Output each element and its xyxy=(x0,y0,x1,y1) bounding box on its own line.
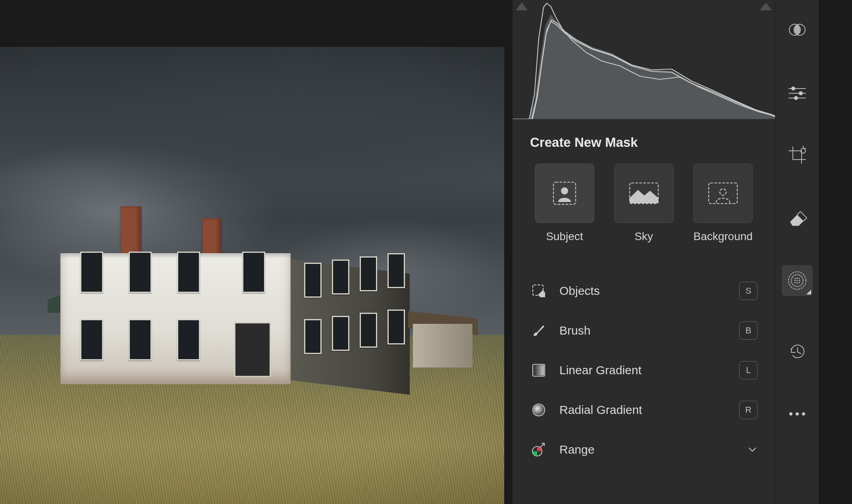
svg-point-29 xyxy=(798,282,800,283)
sliders-icon xyxy=(787,85,807,100)
svg-point-26 xyxy=(794,278,796,279)
svg-point-30 xyxy=(789,412,792,416)
overlay-icon xyxy=(787,20,807,40)
mask-tool-objects[interactable]: Objects S xyxy=(530,271,758,311)
mask-tool-brush[interactable]: Brush B xyxy=(530,311,758,350)
svg-point-22 xyxy=(794,280,795,281)
chevron-down-icon xyxy=(747,444,758,455)
tool-shortcut: S xyxy=(739,282,758,300)
background-icon xyxy=(707,182,738,205)
mask-circle-icon xyxy=(786,269,808,292)
toolbar-edit[interactable] xyxy=(782,77,813,108)
radial-gradient-icon xyxy=(530,402,547,417)
svg-point-31 xyxy=(796,412,799,416)
histogram-svg xyxy=(513,2,775,119)
mask-tile-background[interactable]: Background xyxy=(688,164,758,243)
toolbar-more[interactable] xyxy=(782,398,813,429)
panel-title: Create New Mask xyxy=(513,119,775,164)
svg-point-1 xyxy=(561,187,568,194)
tile-label: Background xyxy=(693,230,752,243)
right-panel: Create New Mask Subject xyxy=(512,0,775,504)
svg-rect-3 xyxy=(709,183,737,204)
app-root: Create New Mask Subject xyxy=(0,0,852,504)
mask-tool-radial-gradient[interactable]: Radial Gradient R xyxy=(530,390,758,430)
svg-point-23 xyxy=(799,280,800,281)
objects-icon xyxy=(530,283,547,299)
svg-point-25 xyxy=(796,283,798,284)
canvas-area[interactable] xyxy=(0,0,512,504)
right-toolbar xyxy=(775,0,819,504)
mask-tool-linear-gradient[interactable]: Linear Gradient L xyxy=(530,350,758,390)
svg-point-17 xyxy=(799,91,803,95)
subject-icon xyxy=(550,179,579,208)
tool-label: Objects xyxy=(559,284,727,298)
svg-point-16 xyxy=(791,87,795,90)
crop-icon xyxy=(787,145,807,165)
tool-label: Linear Gradient xyxy=(559,364,727,377)
photo-preview[interactable] xyxy=(0,47,504,504)
brush-icon xyxy=(530,323,547,339)
mask-tile-subject[interactable]: Subject xyxy=(530,164,599,243)
toolbar-crop[interactable] xyxy=(782,140,813,171)
histogram[interactable] xyxy=(513,0,775,119)
mask-tool-list: Objects S Brush B xyxy=(513,259,775,469)
tool-shortcut: R xyxy=(739,401,758,419)
range-icon xyxy=(530,442,547,458)
svg-point-21 xyxy=(796,280,798,281)
svg-point-32 xyxy=(802,412,805,416)
svg-point-4 xyxy=(720,189,726,195)
toolbar-masking[interactable] xyxy=(782,265,813,296)
sky-icon xyxy=(628,182,659,205)
mask-tiles: Subject Sky xyxy=(513,164,775,259)
mask-tool-range[interactable]: Range xyxy=(530,430,758,469)
svg-point-24 xyxy=(796,278,798,279)
tool-label: Radial Gradient xyxy=(559,403,727,417)
tool-label: Brush xyxy=(559,324,727,337)
eraser-icon xyxy=(787,210,808,226)
svg-point-27 xyxy=(798,278,800,279)
history-icon xyxy=(787,341,807,361)
toolbar-healing[interactable] xyxy=(782,202,813,233)
toolbar-versions[interactable] xyxy=(782,336,813,367)
svg-point-28 xyxy=(794,282,796,283)
linear-gradient-icon xyxy=(530,363,547,378)
dots-icon xyxy=(788,411,806,417)
svg-rect-7 xyxy=(534,365,544,375)
svg-point-9 xyxy=(534,405,544,415)
mask-tile-sky[interactable]: Sky xyxy=(609,164,679,243)
tile-label: Sky xyxy=(634,230,653,243)
tile-label: Subject xyxy=(546,230,583,243)
tool-shortcut: L xyxy=(739,361,758,379)
svg-point-18 xyxy=(794,96,798,100)
tool-shortcut: B xyxy=(739,321,758,340)
tool-label: Range xyxy=(559,443,734,456)
toolbar-masking-overlay[interactable] xyxy=(782,14,813,45)
